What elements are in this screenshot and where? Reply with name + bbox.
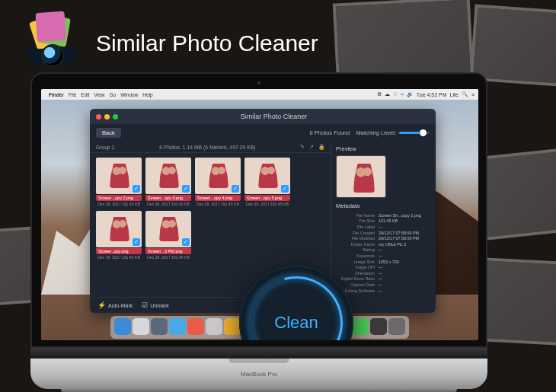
checkmark-icon[interactable]: ✓ bbox=[133, 238, 140, 246]
thumb-size: 191.45 KB bbox=[122, 255, 140, 260]
laptop-frame: Finder FileEditViewGoWindowHelp ⚙ ☁ ♡ ⌔ … bbox=[30, 72, 487, 392]
checkmark-icon[interactable]: ✓ bbox=[281, 185, 289, 193]
metadata-label: Folder Name bbox=[336, 242, 379, 247]
menubar-time[interactable]: Tue 4:52 PM bbox=[417, 92, 447, 97]
thumb-size: 191.45 KB bbox=[171, 202, 190, 206]
metadata-row: File Created29/12/17 07:58:00 PM bbox=[336, 230, 431, 236]
menubar-wifi-icon[interactable]: ⌔ bbox=[401, 92, 404, 97]
menubar-item[interactable]: View bbox=[94, 92, 105, 97]
thumb-size: 191.45 KB bbox=[270, 202, 289, 206]
checkmark-icon[interactable]: ✓ bbox=[133, 185, 140, 193]
dock-app-icon[interactable] bbox=[224, 318, 241, 335]
preview-heading: Preview bbox=[336, 145, 431, 152]
window-titlebar[interactable]: Similar Photo Cleaner bbox=[90, 109, 436, 124]
metadata-row: File Label— bbox=[336, 224, 431, 230]
thumbnail[interactable]: ✓ Screen...3 PM.png Dec 29, 2017191.45 K… bbox=[145, 211, 191, 260]
edit-icon[interactable]: ✎ bbox=[300, 144, 305, 150]
metadata-row: Digital Zoom Ratio— bbox=[336, 276, 431, 282]
close-icon[interactable] bbox=[96, 114, 101, 120]
thumbnail[interactable]: ✓ Screen...opy 5.png Dec 29, 2017191.45 … bbox=[244, 158, 290, 207]
metadata-label: File Modified bbox=[336, 236, 379, 241]
metadata-row: Folder Namemy Office Pic 2 bbox=[336, 241, 431, 247]
menubar-item[interactable]: Help bbox=[142, 92, 152, 97]
traffic-lights[interactable] bbox=[96, 114, 118, 120]
metadata-label: Orientation bbox=[336, 271, 379, 276]
lock-icon[interactable]: 🔒 bbox=[318, 144, 324, 150]
metadata-value: 1053 x 720 bbox=[379, 260, 399, 264]
share-icon[interactable]: ↗ bbox=[309, 144, 314, 150]
metadata-row: File Modified29/12/17 07:58:00 PM bbox=[336, 235, 431, 241]
menubar-status-icon[interactable]: ⚙ bbox=[377, 91, 382, 97]
dock-app-icon[interactable] bbox=[388, 318, 405, 335]
preview-image[interactable] bbox=[336, 155, 386, 198]
menubar-status-icon[interactable]: ♡ bbox=[393, 91, 398, 97]
metadata-label: Image DPI bbox=[336, 265, 379, 269]
automark-button[interactable]: ⚡Auto-Mark bbox=[97, 301, 133, 309]
dock-app-icon[interactable] bbox=[352, 318, 369, 335]
metadata-row: Rating— bbox=[336, 247, 431, 253]
menubar-app[interactable]: Finder bbox=[49, 92, 64, 97]
menubar-notif-icon[interactable]: ≡ bbox=[471, 92, 475, 97]
checkmark-icon[interactable]: ✓ bbox=[182, 185, 190, 193]
metadata-value: Screen Sh...copy 2.png bbox=[379, 213, 421, 218]
thumbnail[interactable]: ✓ Screen...opy 4.png Dec 29, 2017191.45 … bbox=[195, 158, 241, 207]
metadata-list: File NameScreen Sh...copy 2.pngFile Size… bbox=[336, 212, 431, 293]
metadata-label: Digital Zoom Ratio bbox=[336, 276, 379, 281]
thumb-date: Dec 29, 2017 bbox=[97, 202, 121, 206]
metadata-value: 29/12/17 07:58:00 PM bbox=[379, 236, 419, 241]
dock-app-icon[interactable] bbox=[151, 318, 168, 335]
thumb-date: Dec 29, 2017 bbox=[246, 202, 270, 206]
menubar-item[interactable]: Edit bbox=[81, 92, 89, 97]
macos-menubar[interactable]: Finder FileEditViewGoWindowHelp ⚙ ☁ ♡ ⌔ … bbox=[41, 89, 478, 100]
thumbnail[interactable]: ✓ Screen..opy.png Dec 29, 2017191.45 KB bbox=[96, 211, 142, 260]
thumb-date: Dec 29, 2017 bbox=[197, 202, 220, 206]
checkmark-icon[interactable]: ✓ bbox=[182, 238, 190, 246]
group-header[interactable]: Group 1 6 Photos, 1.14 MB (6 Marked, 497… bbox=[90, 142, 331, 153]
menubar-search-icon[interactable]: 🔍 bbox=[462, 91, 468, 97]
metadata-label: Rating bbox=[336, 247, 379, 252]
dock-app-icon[interactable] bbox=[133, 318, 149, 335]
back-button[interactable]: Back bbox=[96, 128, 121, 138]
menubar-user[interactable]: Lite bbox=[450, 92, 459, 97]
menubar-status-icon[interactable]: ☁ bbox=[385, 91, 390, 97]
matching-level-slider[interactable] bbox=[399, 132, 430, 134]
metadata-value: — bbox=[379, 288, 382, 293]
menubar-item[interactable]: File bbox=[69, 92, 76, 97]
metadata-value: — bbox=[379, 253, 382, 258]
metadata-heading: Metadata bbox=[336, 202, 431, 209]
menubar-volume-icon[interactable]: 🔊 bbox=[407, 91, 414, 97]
thumb-filename: Screen...3 PM.png bbox=[145, 248, 191, 254]
dock-app-icon[interactable] bbox=[206, 318, 222, 335]
thumbnail[interactable]: ✓ Screen...opy 3.png Dec 29, 2017191.45 … bbox=[145, 158, 191, 207]
metadata-value: — bbox=[379, 271, 382, 276]
thumb-size: 191.45 KB bbox=[221, 202, 239, 206]
thumbnail[interactable]: ✓ Screen...opy 2.png Dec 29, 2017191.45 … bbox=[96, 158, 142, 207]
dock-app-icon[interactable] bbox=[114, 318, 131, 335]
matching-level-control[interactable]: Matching Level: bbox=[356, 129, 430, 136]
menubar-item[interactable]: Window bbox=[120, 92, 138, 97]
group-name: Group 1 bbox=[96, 145, 115, 150]
group-summary: 6 Photos, 1.14 MB (6 Marked, 497.29 KB) bbox=[120, 145, 296, 150]
metadata-row: Orientation— bbox=[336, 270, 431, 276]
thumb-size: 191.45 KB bbox=[171, 255, 190, 260]
matching-level-label: Matching Level: bbox=[356, 129, 396, 136]
metadata-row: Editing Software— bbox=[336, 288, 431, 294]
thumb-filename: Screen...opy 3.png bbox=[145, 195, 191, 201]
metadata-label: Capture Date bbox=[336, 282, 379, 287]
metadata-value: — bbox=[379, 265, 382, 269]
webcam-icon bbox=[257, 81, 260, 84]
zoom-icon[interactable] bbox=[113, 114, 118, 120]
metadata-label: File Label bbox=[336, 225, 379, 229]
minimize-icon[interactable] bbox=[104, 114, 110, 120]
menubar-item[interactable]: Go bbox=[110, 92, 117, 97]
unmark-button[interactable]: ☑Unmark bbox=[142, 301, 169, 309]
metadata-row: Image Size1053 x 720 bbox=[336, 259, 431, 265]
dock-app-icon[interactable] bbox=[370, 318, 387, 335]
thumb-filename: Screen...opy 2.png bbox=[96, 195, 142, 201]
window-title: Similar Photo Cleaner bbox=[118, 113, 430, 120]
metadata-value: my Office Pic 2 bbox=[379, 242, 406, 247]
wand-icon: ⚡ bbox=[97, 301, 106, 309]
dock-app-icon[interactable] bbox=[169, 318, 186, 335]
checkmark-icon[interactable]: ✓ bbox=[232, 185, 239, 193]
dock-app-icon[interactable] bbox=[187, 318, 204, 335]
